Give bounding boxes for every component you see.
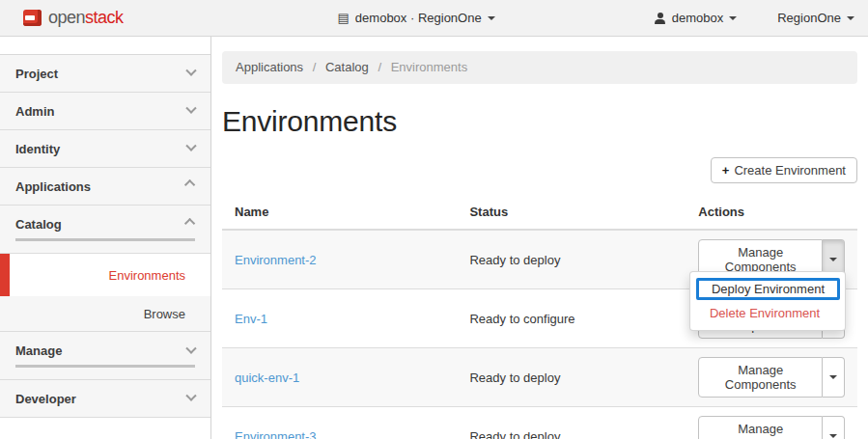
user-icon [655, 13, 666, 24]
sidebar: Project Admin Identity Applications Cata… [0, 37, 211, 439]
caret-down-icon [729, 16, 737, 20]
status-cell: Ready to configure [457, 289, 686, 348]
context-label: demobox · RegionOne [355, 11, 482, 25]
openstack-logo[interactable]: openstack [23, 8, 124, 28]
grid-icon: ▤ [338, 11, 350, 25]
delete-environment-menu-item[interactable]: Delete Environment [690, 302, 845, 324]
region-menu[interactable]: RegionOne [777, 11, 854, 25]
sidebar-item-catalog[interactable]: Catalog [0, 206, 210, 254]
caret-down-icon [829, 375, 837, 379]
page-title: Environments [222, 105, 857, 138]
manage-components-button[interactable]: Manage Components [698, 416, 823, 439]
sidebar-item-developer[interactable]: Developer [0, 380, 210, 418]
actions-dropdown-toggle[interactable] [823, 416, 845, 439]
create-environment-label: Create Environment [734, 163, 846, 178]
status-cell: Ready to deploy [457, 407, 686, 439]
sidebar-label: Manage [15, 343, 62, 358]
breadcrumb-catalog[interactable]: Catalog [325, 60, 369, 74]
user-menu[interactable]: demobox [655, 11, 737, 25]
plus-icon: + [722, 163, 730, 178]
sidebar-item-identity[interactable]: Identity [0, 130, 210, 168]
actions-dropdown-menu: Deploy Environment Delete Environment [689, 271, 846, 331]
breadcrumb-current: Environments [391, 60, 467, 74]
caret-down-icon [847, 16, 854, 20]
brand-text: openstack [48, 8, 124, 28]
chevron-down-icon [185, 103, 196, 114]
environment-link[interactable]: Environment-3 [235, 429, 317, 439]
sidebar-item-environments[interactable]: Environments [0, 254, 210, 296]
sidebar-item-admin[interactable]: Admin [0, 93, 210, 130]
chevron-up-icon [184, 217, 195, 228]
table-row-environment-3: Environment-3 Ready to deploy Manage Com… [222, 407, 857, 439]
sidebar-spacer [0, 37, 210, 55]
chevron-down-icon [185, 391, 196, 401]
status-cell: Ready to deploy [457, 230, 686, 289]
section-underline [15, 365, 195, 368]
caret-down-icon [488, 16, 495, 20]
breadcrumb: Applications / Catalog / Environments [222, 51, 857, 84]
sidebar-label: Applications [15, 179, 91, 194]
environment-link[interactable]: Environment-2 [235, 253, 317, 267]
environment-link[interactable]: Env-1 [235, 312, 267, 326]
sidebar-label: Environments [109, 268, 185, 283]
manage-components-button[interactable]: Manage Components [698, 357, 823, 398]
deploy-environment-menu-item[interactable]: Deploy Environment [696, 278, 840, 300]
chevron-down-icon [185, 66, 196, 76]
caret-down-icon [829, 434, 837, 438]
brand-stack: stack [85, 8, 124, 27]
top-navbar: openstack ▤ demobox · RegionOne demobox … [0, 0, 868, 37]
sidebar-item-browse[interactable]: Browse [0, 296, 210, 332]
sidebar-label: Identity [15, 142, 60, 156]
chevron-up-icon [184, 179, 195, 190]
table-row-environment-2: Environment-2 Ready to deploy Manage Com… [222, 230, 857, 289]
brand-open: open [48, 8, 85, 27]
region-menu-label: RegionOne [777, 11, 841, 25]
chevron-down-icon [185, 141, 196, 151]
table-actions-bar: +Create Environment [222, 157, 857, 183]
sidebar-label: Browse [144, 307, 185, 321]
row-actions: Manage Components [698, 416, 845, 439]
breadcrumb-separator: / [313, 60, 317, 74]
chevron-down-icon [185, 343, 196, 353]
environment-link[interactable]: quick-env-1 [235, 370, 299, 385]
sidebar-label: Catalog [15, 217, 62, 232]
openstack-cube-icon [23, 10, 42, 26]
main-content: Applications / Catalog / Environments En… [211, 37, 868, 439]
project-region-switcher[interactable]: ▤ demobox · RegionOne [338, 11, 495, 25]
breadcrumb-applications[interactable]: Applications [236, 60, 303, 74]
sidebar-label: Admin [15, 104, 54, 119]
table-header-row: Name Status Actions [222, 197, 857, 230]
row-actions: Manage Components [698, 357, 845, 398]
status-cell: Ready to deploy [457, 348, 686, 407]
section-underline [15, 238, 195, 241]
create-environment-button[interactable]: +Create Environment [711, 157, 857, 183]
caret-down-icon [829, 258, 837, 261]
navbar-right: demobox RegionOne [655, 11, 868, 25]
actions-dropdown-toggle[interactable] [823, 357, 845, 398]
breadcrumb-separator: / [378, 60, 381, 74]
sidebar-item-manage[interactable]: Manage [0, 332, 210, 380]
sidebar-label: Developer [15, 392, 76, 406]
column-header-actions: Actions [686, 197, 857, 230]
sidebar-item-project[interactable]: Project [0, 55, 210, 93]
table-row-quick-env-1: quick-env-1 Ready to deploy Manage Compo… [222, 348, 857, 407]
column-header-name[interactable]: Name [222, 197, 457, 230]
sidebar-item-applications[interactable]: Applications [0, 168, 210, 206]
sidebar-label: Project [15, 67, 58, 81]
column-header-status[interactable]: Status [457, 197, 686, 230]
environments-table: Name Status Actions Environment-2 Ready … [222, 197, 857, 439]
user-menu-label: demobox [672, 11, 723, 25]
